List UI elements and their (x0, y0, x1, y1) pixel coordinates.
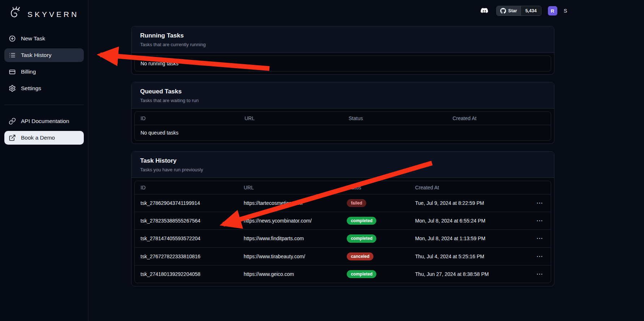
column-header-created-at: Created At (409, 181, 524, 194)
github-icon (500, 8, 506, 14)
sidebar-item-label: Billing (21, 69, 36, 75)
column-header-status: Status (341, 181, 409, 194)
queued-tasks-card: Queued Tasks Tasks that are waiting to r… (131, 82, 554, 144)
task-actions-cell: ⋯ (524, 194, 551, 212)
empty-state-text: No running tasks (135, 56, 551, 71)
task-url-cell: https://www.finditparts.com (238, 230, 341, 247)
task-actions-cell: ⋯ (524, 247, 551, 265)
column-header-url: URL (239, 112, 343, 125)
skyvern-dragon-icon (8, 6, 24, 22)
row-actions-button[interactable]: ⋯ (534, 199, 545, 207)
table-row[interactable]: tsk_278629043741199914 https://tartecosm… (135, 194, 551, 212)
sidebar-item-label: Task History (21, 52, 51, 58)
brand-name: SKYVERN (27, 10, 79, 19)
task-status-cell: completed (341, 265, 409, 283)
card-title: Running Tasks (140, 32, 545, 39)
sidebar-item-api-documentation[interactable]: API Documentation (4, 114, 84, 128)
column-header-actions (524, 181, 551, 194)
task-url-cell: https://tartecosmetics.com (238, 194, 341, 212)
column-header-url: URL (238, 181, 341, 194)
task-created-cell: Mon, Jul 8, 2024 at 1:13:59 PM (409, 230, 524, 247)
task-status-cell: completed (341, 212, 409, 230)
task-id-cell: tsk_276727822333810816 (135, 247, 238, 265)
brand-logo: SKYVERN (0, 4, 88, 32)
row-actions-button[interactable]: ⋯ (534, 217, 545, 225)
external-link-icon (9, 134, 16, 141)
task-created-cell: Thu, Jul 4, 2024 at 5:25:16 PM (409, 247, 524, 265)
column-header-id: ID (135, 181, 238, 194)
card-title: Task History (140, 157, 545, 164)
empty-state-row: No running tasks (135, 56, 551, 71)
sidebar-item-label: Book a Demo (21, 135, 55, 141)
task-history-header: Task History Tasks you have run previous… (131, 151, 554, 178)
app-root: SKYVERN New Task Task History Billing (0, 0, 644, 321)
task-history-card: Task History Tasks you have run previous… (131, 151, 554, 286)
column-header-created-at: Created At (447, 112, 551, 125)
main-area: Star 5,434 R S Running Tasks Tasks that … (88, 0, 644, 321)
task-created-cell: Tue, Jul 9, 2024 at 8:22:59 PM (409, 194, 524, 212)
sidebar-divider (4, 105, 84, 105)
plus-circle-icon (9, 35, 16, 42)
running-tasks-card: Running Tasks Tasks that are currently r… (131, 26, 554, 75)
sidebar-item-settings[interactable]: Settings (4, 82, 84, 95)
status-badge: completed (347, 234, 376, 242)
credit-card-icon (9, 68, 16, 75)
status-badge: canceled (347, 252, 373, 260)
task-id-cell: tsk_278235388555267564 (135, 212, 238, 230)
table-header-row: ID URL Status Created At (135, 181, 551, 194)
table-header-row: ID URL Status Created At (135, 112, 551, 125)
task-url-cell: https://news.ycombinator.com/ (238, 212, 341, 230)
link-icon (9, 118, 16, 125)
card-subtitle: Tasks that are currently running (140, 42, 545, 47)
task-url-cell: https://www.geico.com (238, 265, 341, 283)
task-status-cell: canceled (341, 247, 409, 265)
gear-icon (9, 85, 16, 92)
task-actions-cell: ⋯ (524, 212, 551, 230)
card-subtitle: Tasks that are waiting to run (140, 98, 545, 103)
row-actions-button[interactable]: ⋯ (534, 270, 545, 278)
status-badge: failed (347, 199, 366, 207)
task-history-content: ID URL Status Created At tsk_27862904374… (131, 178, 554, 286)
status-badge: completed (347, 217, 376, 225)
queued-tasks-header: Queued Tasks Tasks that are waiting to r… (131, 82, 554, 109)
empty-state-text: No queued tasks (135, 125, 551, 141)
sidebar-item-book-a-demo[interactable]: Book a Demo (4, 131, 84, 145)
running-tasks-header: Running Tasks Tasks that are currently r… (131, 26, 554, 53)
row-actions-button[interactable]: ⋯ (534, 234, 545, 242)
sidebar-item-label: Settings (21, 85, 41, 92)
task-id-cell: tsk_274180139292204058 (135, 265, 238, 283)
topbar: Star 5,434 R S (88, 0, 644, 22)
task-created-cell: Mon, Jul 8, 2024 at 6:55:24 PM (409, 212, 524, 230)
task-url-cell: https://www.tirabeauty.com/ (238, 247, 341, 265)
table-row[interactable]: tsk_278235388555267564 https://news.ycom… (135, 212, 551, 230)
github-star-label: Star (508, 8, 517, 13)
user-name-partial: S (564, 8, 567, 14)
card-subtitle: Tasks you have run previously (140, 167, 545, 172)
page-content: Running Tasks Tasks that are currently r… (88, 22, 644, 286)
sidebar: SKYVERN New Task Task History Billing (0, 0, 88, 321)
sidebar-item-new-task[interactable]: New Task (4, 32, 84, 45)
github-star-button[interactable]: Star 5,434 (496, 6, 541, 16)
task-actions-cell: ⋯ (524, 265, 551, 283)
sidebar-nav: New Task Task History Billing Settings (0, 32, 88, 145)
status-badge: completed (347, 270, 376, 278)
avatar[interactable]: R (548, 6, 557, 16)
empty-state-row: No queued tasks (135, 125, 551, 141)
card-title: Queued Tasks (140, 88, 545, 95)
column-header-id: ID (135, 112, 239, 125)
table-row[interactable]: tsk_276727822333810816 https://www.tirab… (135, 247, 551, 265)
task-id-cell: tsk_278147405593572204 (135, 230, 238, 247)
github-star-count: 5,434 (520, 6, 541, 16)
running-tasks-content: No running tasks (131, 53, 554, 74)
row-actions-button[interactable]: ⋯ (534, 252, 545, 260)
list-icon (9, 52, 16, 59)
queued-tasks-content: ID URL Status Created At No queued tasks (131, 109, 554, 144)
sidebar-item-task-history[interactable]: Task History (4, 48, 84, 62)
table-row[interactable]: tsk_278147405593572204 https://www.findi… (135, 230, 551, 247)
task-created-cell: Thu, Jun 27, 2024 at 8:38:58 PM (409, 265, 524, 283)
task-status-cell: failed (341, 194, 409, 212)
task-id-cell: tsk_278629043741199914 (135, 194, 238, 212)
table-row[interactable]: tsk_274180139292204058 https://www.geico… (135, 265, 551, 283)
discord-icon[interactable] (479, 6, 490, 15)
sidebar-item-billing[interactable]: Billing (4, 65, 84, 79)
